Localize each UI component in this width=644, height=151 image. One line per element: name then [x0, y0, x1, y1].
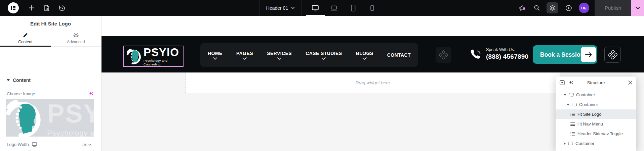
diamond-grid-icon	[439, 50, 448, 59]
structure-panel-header: Structure	[556, 77, 636, 89]
preview-button[interactable]	[564, 0, 574, 16]
nav-item-home[interactable]: HOME	[208, 51, 223, 60]
widget-edit-panel: Edit Ht Site Logo Content Advanced Conte…	[0, 16, 102, 151]
ai-sparkle-icon[interactable]	[89, 91, 94, 96]
structure-title: Structure	[556, 80, 636, 85]
close-icon[interactable]	[628, 81, 632, 85]
pencil-icon	[23, 33, 28, 38]
finder-search-button[interactable]	[532, 0, 542, 16]
publish-button[interactable]: Publish	[595, 0, 631, 16]
tree-label: Header Sidenav Toggle	[577, 131, 623, 136]
search-icon	[534, 5, 540, 11]
nav-item-blogs[interactable]: BLOGS	[356, 51, 373, 60]
eye-icon	[565, 5, 572, 11]
sidenav-toggle-dim[interactable]	[436, 47, 451, 63]
unit-label: px	[82, 142, 87, 147]
layers-icon	[549, 5, 556, 11]
nav-item-case-studies[interactable]: CASE STUDIES	[306, 51, 342, 60]
sidenav-toggle-bright[interactable]	[604, 47, 621, 63]
mobile-mode-button[interactable]	[367, 0, 377, 16]
history-icon	[58, 5, 65, 11]
tree-row-container-inner[interactable]: Container	[556, 100, 636, 109]
laptop-mode-button[interactable]	[329, 0, 339, 16]
nav-label: PAGES	[236, 51, 253, 56]
brand-tagline: Psychology and Counseling	[47, 128, 94, 137]
desktop-icon[interactable]	[32, 142, 37, 147]
tree-label: Container	[575, 141, 594, 146]
cta-label: Book a Session	[540, 51, 584, 58]
topbar-left-group	[0, 0, 69, 16]
nav-item-services[interactable]: SERVICES	[267, 51, 292, 60]
elementor-menu-button[interactable]	[8, 2, 19, 13]
page-settings-button[interactable]	[39, 0, 54, 16]
diamond-grid-icon	[608, 50, 617, 59]
tablet-icon	[349, 4, 357, 12]
phone-label: Speak With Us:	[486, 47, 528, 52]
tree-row-header-sidenav-toggle[interactable]: Header Sidenav Toggle	[556, 129, 636, 139]
arrow-right-icon	[581, 47, 596, 62]
collapse-all-icon[interactable]	[560, 80, 565, 85]
site-header-section[interactable]: PSYIO Psychology and Counseling HOME PAG…	[102, 36, 644, 72]
panel-title: Edit Ht Site Logo	[0, 21, 101, 27]
phone-number: (888) 4567890	[486, 53, 528, 60]
caret-down-icon	[7, 79, 10, 81]
tree-row-ht-nav-menu[interactable]: Ht Nav Menu	[556, 119, 636, 129]
ai-sparkle-icon[interactable]	[569, 80, 574, 85]
publish-options-button[interactable]	[631, 0, 644, 16]
chevron-down-icon	[243, 57, 247, 60]
tree-row-container-outer[interactable]: Container	[556, 90, 636, 100]
brand-tagline: Psychology and Counseling	[144, 59, 183, 66]
topbar-divider	[386, 0, 386, 16]
choose-image-label: Choose Image	[7, 91, 35, 96]
page-settings-icon	[43, 5, 50, 11]
logo-width-input[interactable]	[77, 150, 93, 151]
unit-selector[interactable]: px	[82, 142, 91, 147]
brand-name: PSYIO	[144, 47, 183, 58]
whats-new-button[interactable]	[517, 0, 527, 16]
plus-icon	[29, 5, 34, 11]
add-element-button[interactable]	[24, 0, 39, 16]
document-name: Header 01	[266, 5, 288, 11]
user-avatar[interactable]: UE	[579, 3, 589, 13]
book-session-button[interactable]: Book a Session	[533, 45, 597, 64]
tree-label: Ht Site Logo	[577, 112, 602, 117]
nav-item-contact[interactable]: CONTACT	[387, 52, 411, 58]
tab-label: Advanced	[67, 40, 85, 44]
section-title: Content	[13, 78, 31, 83]
nav-label: HOME	[208, 51, 223, 56]
history-button[interactable]	[54, 0, 69, 16]
gear-icon	[73, 33, 79, 38]
chevron-down-icon	[322, 57, 326, 60]
logo-width-row: Logo Width	[7, 142, 37, 147]
logo-width-label: Logo Width	[7, 142, 29, 147]
tree-row-container-bottom[interactable]: Container	[556, 139, 636, 148]
phone-contact-widget[interactable]: Speak With Us: (888) 4567890	[469, 47, 528, 60]
tree-row-ht-site-logo[interactable]: Ht Site Logo	[556, 109, 636, 119]
chevron-down-icon	[277, 57, 281, 60]
desktop-mode-button[interactable]	[310, 0, 320, 16]
nav-label: CONTACT	[387, 52, 411, 58]
nav-label: SERVICES	[267, 51, 292, 56]
nav-item-pages[interactable]: PAGES	[236, 51, 253, 60]
tab-content[interactable]: Content	[0, 30, 51, 46]
phone-icon	[469, 48, 481, 60]
menu-icon	[570, 122, 575, 126]
brand-logo-icon	[125, 47, 142, 65]
tablet-mode-button[interactable]	[348, 0, 358, 16]
drop-hint-text: Drag widget here	[356, 80, 390, 85]
structure-toggle-button[interactable]	[547, 2, 558, 13]
active-device-indicator	[306, 15, 325, 16]
widget-drop-zone[interactable]: Drag widget here	[185, 72, 560, 93]
structure-tree: Container Container Ht Site Logo Ht Nav …	[556, 89, 636, 148]
content-section-header[interactable]: Content	[7, 78, 31, 83]
main-nav-menu: HOME PAGES SERVICES CASE STUDIES BLOGS C…	[200, 43, 418, 67]
image-preview[interactable]: PSYIO Psychology and Counseling	[6, 99, 94, 137]
tree-label: Ht Nav Menu	[577, 121, 603, 127]
site-logo-widget-selected[interactable]: PSYIO Psychology and Counseling	[123, 46, 184, 67]
panel-tabs: Content Advanced	[0, 30, 101, 47]
document-switcher[interactable]: Header 01	[259, 0, 301, 16]
container-icon	[572, 103, 577, 106]
desktop-icon	[311, 4, 319, 12]
laptop-icon	[330, 4, 338, 12]
tab-advanced[interactable]: Advanced	[51, 30, 102, 46]
